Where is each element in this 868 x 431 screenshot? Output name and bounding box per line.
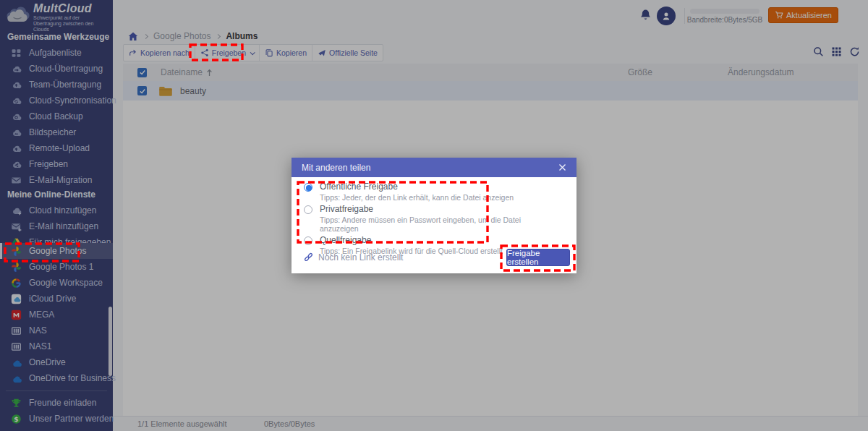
refresh-icon[interactable] [849, 46, 860, 57]
cloud-add-icon [10, 205, 22, 216]
sort-ascending-icon[interactable] [205, 69, 213, 77]
sidebar-item-email-hinzufuegen[interactable]: E-Mail hinzufügen [0, 218, 113, 234]
google-drive-icon [10, 236, 22, 243]
copy-to-button[interactable]: Kopieren nach [124, 45, 195, 61]
grid-view-icon[interactable] [831, 46, 842, 57]
nas-icon [10, 341, 22, 352]
check-icon [139, 88, 146, 95]
breadcrumb: Google Photos Albums [128, 31, 258, 41]
official-site-icon [318, 48, 326, 57]
breadcrumb-separator-icon [216, 33, 221, 38]
share-modal-header: Mit anderen teilen [292, 158, 576, 177]
file-list-header: Dateiname Größe Änderungsdatum [123, 64, 858, 81]
google-photos-icon [10, 245, 22, 257]
radio-button[interactable] [304, 183, 312, 192]
cart-icon [775, 11, 783, 20]
sidebar-item-nas1[interactable]: NAS1 [0, 338, 113, 354]
radio-button[interactable] [304, 236, 312, 245]
sidebar-item-cloud-uebertragung[interactable]: Cloud-Übertragung [0, 61, 113, 77]
email-migration-icon [10, 174, 22, 186]
close-icon[interactable] [558, 163, 566, 171]
copy-button[interactable]: Kopieren [260, 45, 312, 61]
folder-icon [158, 85, 173, 97]
section-label-common-tools: Gemeinsame Werkzeuge [7, 29, 113, 45]
copy-to-icon [129, 48, 137, 57]
share-icon [200, 48, 209, 57]
sidebar-item-google-photos[interactable]: Google Photos [0, 243, 113, 259]
sidebar-item-freigeben[interactable]: Freigeben [0, 156, 113, 172]
column-header-size[interactable]: Größe [628, 67, 652, 77]
row-checkbox[interactable] [137, 86, 147, 95]
select-all-checkbox[interactable] [137, 68, 147, 77]
section-label-online-services: Meine Online-Dienste [7, 187, 113, 202]
option-public-share[interactable]: Öffentliche Freigabe Tipps: Jeder, der d… [304, 182, 542, 202]
check-icon [139, 69, 146, 76]
onedrive-icon [10, 357, 22, 368]
bandwidth-label: Bandbreite:0Bytes/5GB [683, 16, 767, 24]
user-avatar[interactable] [657, 7, 676, 25]
upgrade-button[interactable]: Aktualisieren [768, 7, 838, 23]
search-icon[interactable] [813, 46, 824, 57]
sidebar-services-list: Cloud hinzufügen E-Mail hinzufügen Für m… [0, 202, 113, 386]
home-icon[interactable] [128, 32, 138, 41]
sidebar-item-google-photos-1[interactable]: Google Photos 1 [0, 259, 113, 275]
selection-bytes: 0Bytes/0Bytes [264, 419, 315, 428]
sidebar-item-cloud-hinzufuegen[interactable]: Cloud hinzufügen [0, 202, 113, 218]
sidebar-bottom-list: Freunde einladen $ Unser Partner werden [0, 395, 113, 427]
brand-tagline-line2: Übertragung zwischen den [33, 21, 93, 27]
sidebar-item-team-uebertragung[interactable]: Team-Übertragung [0, 77, 113, 93]
sidebar: MultCloud Schwerpunkt auf der Übertragun… [0, 0, 113, 431]
sidebar-item-remote-upload[interactable]: Remote-Upload [0, 140, 113, 156]
sidebar-item-email-migration[interactable]: E-Mail-Migration [0, 172, 113, 188]
image-storage-icon [10, 127, 22, 138]
sidebar-divider [6, 391, 107, 391]
sidebar-item-cloud-backup[interactable]: Cloud Backup [0, 108, 113, 124]
sidebar-item-nas[interactable]: NAS [0, 323, 113, 338]
create-share-button[interactable]: Freigabe erstellen [506, 249, 570, 266]
cloud-transfer-icon [10, 63, 22, 74]
file-row-beauty[interactable]: beauty [123, 81, 858, 101]
breadcrumb-current-albums: Albums [226, 31, 258, 41]
selection-count: 1/1 Elemente ausgewählt [137, 419, 227, 428]
share-modal-footer: Noch kein Link erstellt Freigabe erstell… [303, 249, 565, 266]
option-private-share[interactable]: Privatfreigabe Tipps: Andere müssen ein … [304, 205, 542, 233]
sidebar-item-partner-werden[interactable]: $ Unser Partner werden [0, 411, 113, 427]
sidebar-item-bildspeicher[interactable]: Bildspeicher [0, 124, 113, 140]
share-options: Öffentliche Freigabe Tipps: Jeder, der d… [304, 182, 542, 258]
svg-text:$: $ [14, 415, 18, 422]
chevron-down-icon [250, 50, 255, 55]
email-add-icon [10, 221, 22, 232]
column-header-modified[interactable]: Änderungsdatum [728, 67, 793, 77]
icloud-drive-icon [10, 293, 22, 304]
sidebar-item-onedrive-business[interactable]: OneDrive for Business [0, 370, 113, 386]
share-button[interactable]: Freigeben [195, 45, 260, 61]
sidebar-item-mega[interactable]: MEGA [0, 307, 113, 323]
breadcrumb-google-photos[interactable]: Google Photos [153, 31, 210, 41]
sidebar-scrollbar-thumb[interactable] [109, 307, 112, 376]
official-site-button[interactable]: Offizielle Seite [312, 45, 383, 61]
app-logo[interactable]: MultCloud Schwerpunkt auf der Übertragun… [4, 2, 93, 33]
bandwidth-progressbar [690, 9, 760, 14]
sidebar-item-google-workspace[interactable]: Google Workspace [0, 275, 113, 291]
file-toolbar: Kopieren nach Freigeben Kopieren Offizie… [123, 44, 383, 61]
sidebar-item-icloud-drive[interactable]: iCloud Drive [0, 291, 113, 307]
google-photos-icon [10, 261, 22, 273]
view-controls [813, 46, 860, 57]
column-header-name[interactable]: Dateiname [161, 67, 203, 77]
status-bar: 1/1 Elemente ausgewählt 0Bytes/0Bytes [113, 416, 868, 431]
multcloud-logo-icon [4, 2, 30, 22]
sidebar-item-onedrive[interactable]: OneDrive [0, 354, 113, 370]
brand-name: MultCloud [33, 2, 93, 15]
notifications-bell-icon[interactable] [639, 9, 652, 22]
sidebar-item-fuer-mich-freigegeben[interactable]: Für mich freigegeben [0, 234, 113, 243]
cloud-share-icon [10, 158, 22, 170]
team-transfer-icon [10, 79, 22, 90]
radio-button[interactable] [304, 205, 312, 214]
link-icon [303, 252, 314, 263]
sidebar-item-cloud-synchronisation[interactable]: Cloud-Synchronisation [0, 93, 113, 108]
sidebar-item-aufgabenliste[interactable]: Aufgabenliste [0, 45, 113, 61]
sidebar-item-freunde-einladen[interactable]: Freunde einladen [0, 395, 113, 411]
dollar-icon: $ [10, 413, 22, 424]
multcloud-app: MultCloud Schwerpunkt auf der Übertragun… [0, 0, 868, 431]
task-list-icon [10, 47, 22, 59]
